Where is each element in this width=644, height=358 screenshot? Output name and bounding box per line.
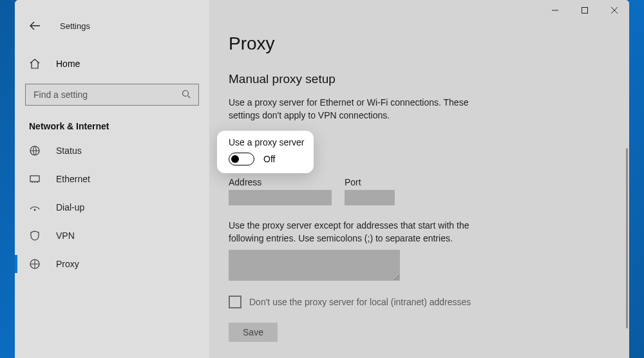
- port-field-group: Port: [345, 177, 395, 205]
- proxy-toggle-card: Use a proxy server Off: [217, 131, 314, 173]
- back-icon[interactable]: [29, 21, 41, 30]
- address-input[interactable]: [229, 190, 332, 205]
- sidebar-nav: Status Ethernet Dial-up VPN: [15, 137, 209, 278]
- sidebar-category: Network & Internet: [29, 121, 209, 131]
- proxy-icon: [29, 258, 43, 270]
- save-button[interactable]: Save: [229, 323, 278, 342]
- dialup-icon: [29, 202, 43, 213]
- home-icon: [29, 58, 43, 70]
- section-description: Use a proxy server for Ethernet or Wi-Fi…: [229, 97, 486, 122]
- shield-icon: [29, 230, 43, 241]
- save-button-label: Save: [243, 327, 263, 337]
- port-input[interactable]: [345, 190, 395, 205]
- svg-point-1: [183, 91, 189, 97]
- address-field-group: Address: [229, 177, 332, 205]
- sidebar-item-status[interactable]: Status: [15, 137, 209, 165]
- page-title: Proxy: [229, 33, 610, 54]
- sidebar-item-label: Dial-up: [56, 202, 84, 212]
- sidebar: Settings Home Network & Internet Status: [15, 0, 209, 358]
- sidebar-item-ethernet[interactable]: Ethernet: [15, 165, 209, 193]
- toggle-title: Use a proxy server: [229, 137, 302, 147]
- sidebar-home[interactable]: Home: [15, 53, 209, 75]
- titlebar-controls: [540, 0, 629, 21]
- exceptions-label: Use the proxy server except for addresse…: [229, 220, 499, 245]
- bypass-local-checkbox[interactable]: [229, 296, 242, 308]
- close-button[interactable]: [600, 0, 629, 21]
- port-label: Port: [345, 177, 395, 187]
- scrollbar[interactable]: [626, 148, 628, 328]
- header-row: Settings: [15, 13, 209, 39]
- sidebar-item-label: Proxy: [56, 259, 79, 269]
- sidebar-item-label: Ethernet: [56, 174, 90, 184]
- sidebar-item-dialup[interactable]: Dial-up: [15, 193, 209, 221]
- minimize-button[interactable]: [540, 0, 570, 21]
- svg-rect-0: [582, 8, 588, 14]
- app-title: Settings: [60, 21, 90, 31]
- section-title: Manual proxy setup: [229, 72, 610, 86]
- address-label: Address: [229, 177, 332, 187]
- bypass-local-label: Don't use the proxy server for local (in…: [249, 297, 471, 307]
- search-box[interactable]: [25, 84, 199, 106]
- home-label: Home: [56, 59, 80, 69]
- proxy-toggle[interactable]: [229, 153, 254, 165]
- toggle-knob: [231, 155, 239, 163]
- svg-point-4: [34, 209, 36, 211]
- settings-window: Settings Home Network & Internet Status: [15, 0, 629, 358]
- toggle-row: Off: [229, 153, 302, 165]
- search-input[interactable]: [32, 89, 182, 100]
- sidebar-item-vpn[interactable]: VPN: [15, 221, 209, 250]
- address-port-row: Address Port: [229, 177, 610, 205]
- bypass-local-row: Don't use the proxy server for local (in…: [229, 296, 610, 308]
- sidebar-item-label: VPN: [56, 231, 75, 241]
- svg-rect-3: [30, 176, 39, 182]
- main-content: Proxy Manual proxy setup Use a proxy ser…: [209, 0, 629, 358]
- maximize-button[interactable]: [570, 0, 600, 21]
- exceptions-input[interactable]: [229, 250, 400, 281]
- toggle-state: Off: [263, 154, 275, 164]
- search-icon: [182, 90, 192, 100]
- sidebar-item-proxy[interactable]: Proxy: [15, 250, 209, 278]
- ethernet-icon: [29, 173, 43, 185]
- globe-icon: [29, 145, 43, 156]
- sidebar-item-label: Status: [56, 146, 82, 156]
